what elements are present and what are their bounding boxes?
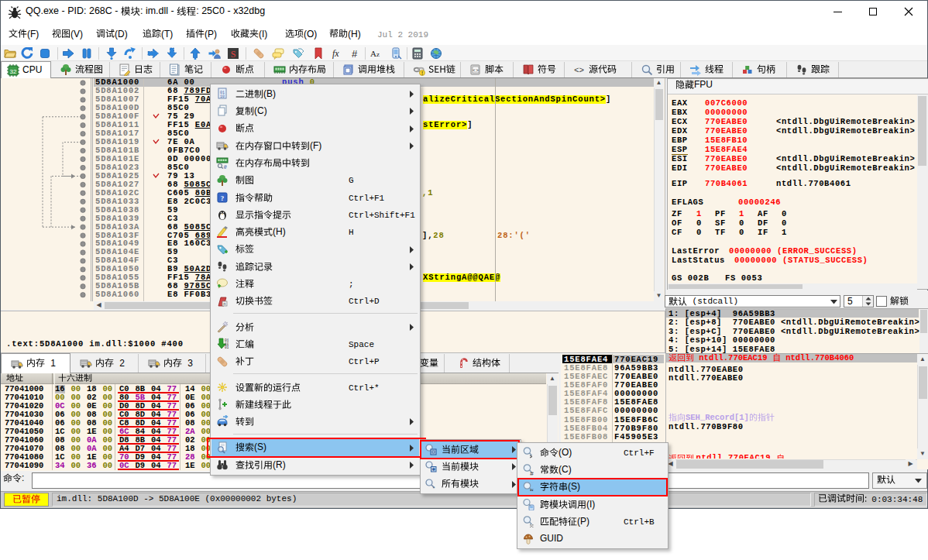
svg-text:!: ! xyxy=(421,70,423,76)
svg-text:fx: fx xyxy=(332,48,339,59)
svg-text:Az: Az xyxy=(370,49,380,58)
svg-text:✱: ✱ xyxy=(431,467,435,472)
svg-text:@: @ xyxy=(224,164,227,169)
svg-text:#: # xyxy=(530,470,534,476)
svg-text:#: # xyxy=(352,48,358,60)
svg-text:n: n xyxy=(223,301,225,307)
svg-text:<>: <> xyxy=(574,66,584,75)
svg-text:*: * xyxy=(432,485,435,490)
svg-text:01: 01 xyxy=(225,345,229,349)
svg-text:10: 10 xyxy=(220,94,225,99)
svg-text:32: 32 xyxy=(10,67,17,74)
svg-text:?: ? xyxy=(221,194,225,202)
svg-text:S: S xyxy=(231,49,236,60)
svg-text:<>: <> xyxy=(473,68,479,74)
